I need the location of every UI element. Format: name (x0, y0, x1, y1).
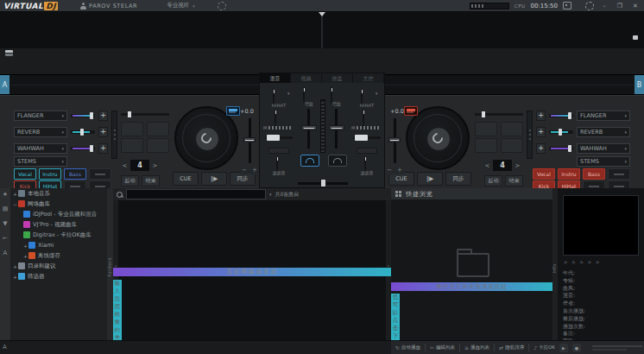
shuffle-button[interactable]: ⇄随机排序 (499, 345, 524, 351)
edition-dropdown[interactable]: 专业视听 ▾ (167, 2, 195, 9)
loop-in-button[interactable]: 起动 (121, 175, 139, 186)
deck-side-handle[interactable] (111, 111, 117, 159)
stems-dropdown[interactable]: STEMS ▾ (14, 156, 67, 167)
record-icon[interactable] (563, 2, 571, 9)
settings-gear-icon[interactable] (585, 2, 594, 10)
loop-half-button[interactable]: < (121, 160, 129, 171)
stem-pad-bass[interactable]: Bass (64, 168, 86, 180)
stem-pad-instru[interactable]: Instru (558, 168, 580, 180)
deck-b-tab[interactable]: B (635, 75, 644, 94)
loop-out-button[interactable]: 结束 (142, 175, 160, 186)
shortcuts-dropzone[interactable]: 将任意文件夹拖拽至此处 也可以点击下面图标 (391, 199, 552, 340)
fx-slot-2-add-button[interactable]: + (536, 127, 546, 137)
jog-wheel[interactable] (406, 106, 470, 170)
favorites-star-icon[interactable]: ★ (3, 191, 8, 198)
loop-size-value[interactable]: 4 (493, 160, 512, 171)
tree-item-offline-cache[interactable]: + 离线缓存 (10, 250, 107, 261)
stems-dropdown[interactable]: STEMS ▾ (577, 156, 630, 167)
fx-slot-2-slider[interactable] (71, 127, 95, 137)
play-pause-button[interactable]: ‖▶ (417, 172, 443, 186)
loop-double-button[interactable]: > (151, 160, 159, 171)
search-input[interactable] (126, 189, 266, 199)
edit-list-button[interactable]: ✂编辑列表 (430, 345, 455, 351)
tree-item-idjpool[interactable]: iDJPool - 专业音频和混音 (10, 209, 107, 219)
tab-mixer[interactable]: 混音 (260, 73, 291, 83)
tree-item-folders-suggestions[interactable]: + 目录和建议 (10, 261, 107, 271)
tab-video[interactable]: 视频 (291, 73, 322, 83)
history-icon[interactable]: ▤ (3, 205, 9, 212)
pitch-minus-button[interactable]: − (385, 167, 394, 174)
tab-scratch[interactable]: 搓盘 (322, 73, 353, 83)
minimize-button[interactable]: – (599, 1, 609, 11)
maximize-button[interactable]: ❐ (615, 1, 625, 11)
fx-slot-2-dropdown[interactable]: REVERB ▾ (14, 127, 67, 137)
stem-pad-instru[interactable]: Instru (39, 168, 61, 180)
stem-pad-empty[interactable] (608, 168, 630, 180)
fx-slot-2-dropdown[interactable]: REVERB ▾ (577, 127, 630, 137)
waveform-panel[interactable] (0, 12, 644, 48)
fx-slot-1-add-button[interactable]: + (536, 111, 546, 121)
perf-pad[interactable] (147, 138, 169, 153)
stem-pad-bass[interactable]: Bass (583, 168, 605, 180)
wave-zoom-icon[interactable] (5, 50, 13, 56)
deck-mini-slider[interactable] (121, 111, 169, 118)
stem-pad-vocal[interactable]: Vocal (14, 168, 36, 180)
info-splitter[interactable]: info (552, 188, 558, 340)
aux-knob[interactable] (363, 109, 364, 127)
playlist-button[interactable]: ≡播放列表 (464, 345, 489, 351)
loop-in-button[interactable]: 起动 (484, 175, 502, 186)
perf-pad[interactable] (501, 138, 523, 153)
loop-double-button[interactable]: > (514, 160, 521, 171)
perf-pad[interactable] (475, 138, 497, 153)
fx-slot-1-dropdown[interactable]: FLANGER ▾ (14, 111, 67, 121)
crossfader[interactable] (298, 179, 348, 187)
cue-button[interactable]: CUE (173, 172, 199, 186)
stem-pad-vocal[interactable]: Vocal (533, 168, 555, 180)
loop-half-button[interactable]: < (483, 160, 491, 171)
option-dot-icon[interactable]: ● (572, 344, 581, 352)
deck-a-tab[interactable]: A (0, 75, 9, 94)
loop-size-value[interactable]: 4 (130, 160, 149, 171)
play-pause-button[interactable]: ‖▶ (201, 172, 227, 186)
fx-slot-1-dropdown[interactable]: FLANGER ▾ (577, 111, 630, 121)
sync-button[interactable]: 同步 (445, 172, 471, 186)
side-slider[interactable] (353, 134, 381, 142)
font-size-icon[interactable]: A (3, 250, 8, 256)
side-slider[interactable] (265, 134, 293, 142)
tree-item-local-music[interactable]: + 本地音乐 (10, 188, 107, 199)
pitch-fader[interactable] (388, 118, 401, 163)
fx-slot-2-slider[interactable] (549, 127, 573, 137)
perf-pad[interactable] (121, 122, 143, 136)
tree-item-xiami[interactable]: + Xiami (10, 240, 107, 250)
chevron-down-icon[interactable]: ▾ (269, 192, 272, 197)
font-size-icon[interactable]: A (3, 344, 7, 351)
deck-mini-slider[interactable] (475, 111, 523, 118)
volume-fader-thumb[interactable] (329, 125, 344, 130)
folders-splitter[interactable]: folders (107, 188, 113, 340)
perf-pad[interactable] (121, 138, 143, 153)
user-account-button[interactable]: PAROV STELAR (80, 3, 137, 9)
fx-slot-1-slider[interactable] (549, 111, 573, 121)
back-arrow-icon[interactable]: ← (3, 235, 8, 242)
close-button[interactable]: ✕ (630, 1, 641, 11)
track-list-panel[interactable]: 互联网媒体资源 输入您想检索的关键词 (113, 200, 391, 340)
pitch-plus-button[interactable]: + (250, 167, 259, 174)
pitch-plus-button[interactable]: + (395, 167, 404, 174)
perf-pad[interactable] (501, 122, 523, 136)
volume-fader-thumb[interactable] (301, 125, 317, 130)
chevron-down-icon[interactable]: ▾ (287, 91, 290, 96)
perf-pad[interactable] (475, 122, 497, 136)
fx-slot-1-add-button[interactable]: + (98, 111, 108, 121)
tree-item-filters[interactable]: + 筛选器 (10, 271, 107, 281)
fx-slot-3-slider[interactable] (549, 143, 573, 154)
fx-slot-1-slider[interactable] (71, 111, 95, 121)
automix-button[interactable]: ↻自动播放 (395, 345, 420, 351)
tree-item-online-catalogs[interactable]: − 网络曲库 (10, 199, 107, 209)
pitch-fader[interactable] (243, 118, 256, 163)
perf-pad[interactable] (147, 122, 169, 136)
tab-master[interactable]: 主控 (353, 73, 384, 83)
headphone-cue-button[interactable] (328, 155, 347, 167)
jog-wheel[interactable] (174, 106, 238, 170)
wave-corner-icon[interactable] (633, 35, 638, 40)
fx-slot-3-dropdown[interactable]: WAHWAH ▾ (14, 143, 67, 154)
